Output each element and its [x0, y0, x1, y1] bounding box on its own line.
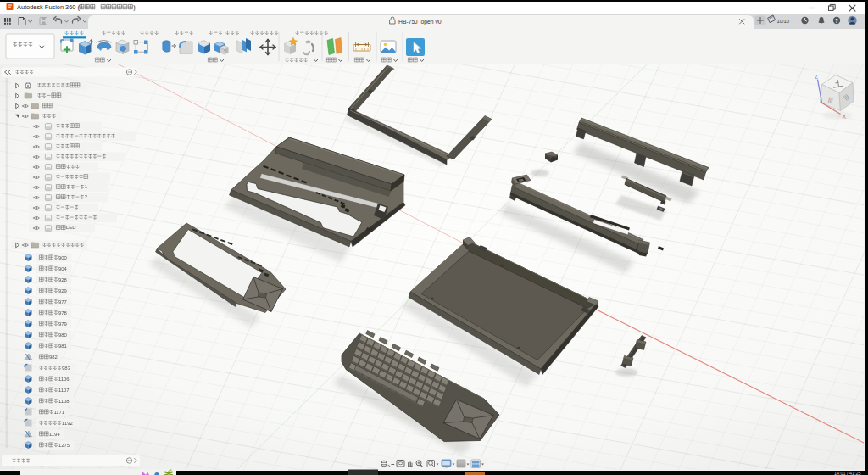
svg-text:HB-75J_open v0: HB-75J_open v0	[398, 19, 442, 25]
svg-text:1106: 1106	[58, 377, 70, 382]
svg-text:X: X	[843, 114, 847, 120]
svg-text:979: 979	[58, 321, 67, 327]
svg-text:-: -	[97, 3, 99, 11]
svg-text:980: 980	[58, 332, 68, 338]
svg-text:14:01 / 41:25: 14:01 / 41:25	[834, 471, 860, 475]
svg-text:LED: LED	[66, 225, 75, 230]
svg-text:977: 977	[58, 299, 67, 305]
svg-text:?: ?	[835, 18, 838, 24]
svg-text:900: 900	[58, 255, 68, 260]
svg-text:Z: Z	[815, 74, 818, 80]
svg-text:10/10: 10/10	[777, 19, 790, 24]
svg-text:982: 982	[49, 355, 58, 360]
svg-text:1194: 1194	[49, 432, 60, 437]
svg-text:928: 928	[58, 277, 68, 282]
svg-text:1171: 1171	[54, 410, 65, 415]
svg-text:2: 2	[85, 194, 87, 199]
svg-text:929: 929	[58, 288, 67, 293]
svg-text:1108: 1108	[58, 399, 70, 404]
svg-text:904: 904	[58, 266, 68, 271]
svg-text:981: 981	[58, 344, 67, 349]
svg-text:983: 983	[62, 366, 71, 371]
svg-text:): )	[133, 3, 135, 11]
svg-text:1192: 1192	[62, 421, 73, 426]
svg-text:978: 978	[58, 310, 68, 316]
svg-text:1: 1	[85, 184, 87, 189]
svg-text:1275: 1275	[58, 443, 70, 448]
svg-text:Autodesk Fusion 360 (: Autodesk Fusion 360 (	[17, 3, 80, 11]
svg-text:1107: 1107	[58, 388, 70, 393]
